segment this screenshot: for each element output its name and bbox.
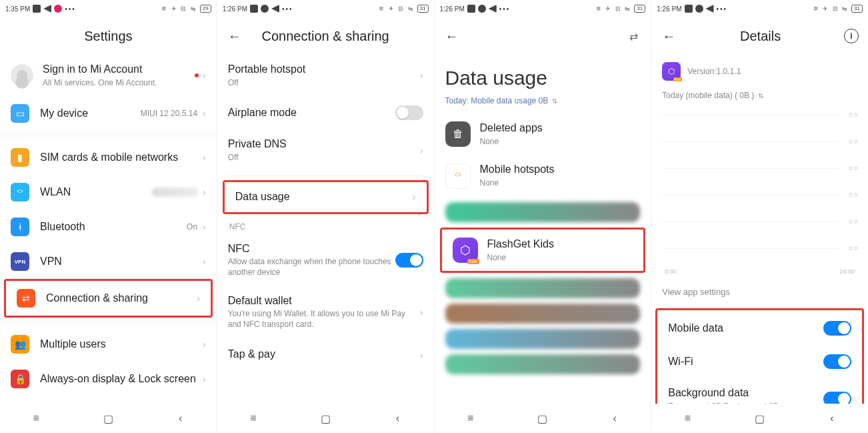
ytick: 0.0 bbox=[849, 138, 857, 145]
wifi-title: Wi-Fi bbox=[668, 355, 823, 369]
mobile-data-row[interactable]: Mobile data bbox=[657, 312, 862, 345]
status-right-icons: ✲ ✈ ⊟ ⇋ bbox=[596, 5, 632, 12]
nav-back-icon[interactable]: ‹ bbox=[175, 412, 187, 424]
connection-sharing-row[interactable]: ⇄ Connection & sharing › bbox=[4, 279, 213, 318]
back-button[interactable]: ← bbox=[227, 28, 243, 44]
nav-menu-icon[interactable]: ≡ bbox=[247, 412, 259, 424]
data-usage-row[interactable]: Data usage › bbox=[223, 180, 429, 214]
battery-icon: 29 bbox=[200, 5, 211, 13]
nav-home-icon[interactable]: ▢ bbox=[537, 412, 549, 424]
ytick: 0.0 bbox=[849, 191, 857, 198]
ytick: 0.0 bbox=[849, 111, 857, 118]
hotspot-sub: Off bbox=[228, 78, 420, 89]
blurred-app-row bbox=[445, 329, 641, 349]
status-time: 1:26 PM bbox=[657, 5, 681, 13]
usage-chart: 0.0 0.0 0.0 0.0 0.0 0.0 0:00 24:00 bbox=[662, 108, 857, 275]
pdns-sub: Off bbox=[228, 153, 420, 163]
blurred-app-row bbox=[445, 304, 641, 324]
nav-menu-icon[interactable]: ≡ bbox=[681, 412, 693, 424]
airplane-toggle[interactable] bbox=[395, 105, 423, 120]
header: ← Details i bbox=[651, 17, 868, 55]
chevron-right-icon: › bbox=[420, 350, 423, 360]
mobile-data-toggle[interactable] bbox=[823, 321, 851, 336]
back-button[interactable]: ← bbox=[444, 28, 460, 44]
status-send-icon bbox=[43, 5, 51, 13]
status-send-icon bbox=[489, 5, 497, 13]
version-label: Version:1.0.1.1 bbox=[687, 67, 741, 77]
info-icon[interactable]: i bbox=[844, 29, 859, 43]
chevron-right-icon: › bbox=[420, 70, 423, 81]
status-app-icon bbox=[33, 5, 41, 13]
default-wallet-row[interactable]: Default wallet You're using Mi Wallet. I… bbox=[217, 286, 434, 338]
panel-connection-sharing: 1:26 PM ••• ✲ ✈ ⊟ ⇋ 31 ← Connection & sh… bbox=[217, 0, 435, 433]
nav-home-icon[interactable]: ▢ bbox=[102, 412, 114, 424]
viewapp-label: View app settings bbox=[662, 287, 730, 298]
deleted-apps-row[interactable]: 🗑 Deleted apps None bbox=[435, 113, 651, 155]
status-right-icons: ✲ ✈ ⊟ ⇋ bbox=[379, 5, 415, 12]
flashget-kids-row[interactable]: ⬡ Kids FlashGet Kids None bbox=[440, 228, 646, 273]
battery-icon: 31 bbox=[634, 5, 645, 13]
vpn-row[interactable]: VPN VPN › bbox=[0, 244, 217, 279]
swap-icon[interactable]: ⇄ bbox=[625, 28, 641, 44]
chevron-right-icon: › bbox=[420, 307, 423, 318]
wifi-toggle[interactable] bbox=[823, 354, 851, 369]
chevron-right-icon: › bbox=[203, 187, 206, 197]
nav-back-icon[interactable]: ‹ bbox=[391, 412, 403, 424]
nav-back-icon[interactable]: ‹ bbox=[609, 412, 621, 424]
sim-row[interactable]: ▮ SIM cards & mobile networks › bbox=[0, 140, 217, 175]
nav-bar: ≡ ▢ ‹ bbox=[651, 404, 868, 433]
multi-title: Multiple users bbox=[40, 338, 203, 352]
filter-dropdown[interactable]: Today: Mobile data usage 0B ⇅ bbox=[435, 93, 569, 113]
vpn-icon: VPN bbox=[11, 252, 29, 271]
flashget-icon: ⬡ bbox=[662, 62, 681, 81]
nav-home-icon[interactable]: ▢ bbox=[319, 412, 331, 424]
share-icon: ⇄ bbox=[17, 289, 35, 308]
bt-value: On bbox=[187, 222, 197, 232]
tap-title: Tap & pay bbox=[228, 348, 420, 362]
nfc-toggle[interactable] bbox=[395, 253, 423, 268]
panel-details: 1:26 PM ••• ✲ ✈ ⊟ ⇋ 31 ← Details i ⬡ Ver… bbox=[651, 0, 868, 433]
wifi-row[interactable]: Wi-Fi bbox=[657, 345, 862, 378]
nav-menu-icon[interactable]: ≡ bbox=[465, 412, 477, 424]
my-device-row[interactable]: ▭ My device MIUI 12 20.5.14 › bbox=[0, 96, 217, 131]
view-app-settings-row[interactable]: View app settings bbox=[651, 275, 868, 308]
wifi-icon: ⌔ bbox=[11, 183, 29, 201]
page-title: Data usage bbox=[443, 55, 651, 93]
private-dns-row[interactable]: Private DNS Off › bbox=[217, 129, 434, 171]
bluetooth-row[interactable]: ᚼ Bluetooth On › bbox=[0, 209, 217, 244]
status-more-icon: ••• bbox=[499, 5, 511, 13]
alert-dot-icon bbox=[195, 73, 199, 77]
chart-filter-dropdown[interactable]: Today (mobile data) ( 0B ) ⇅ bbox=[651, 88, 774, 108]
portable-hotspot-row[interactable]: Portable hotspot Off › bbox=[217, 55, 434, 96]
chart-filter-label: Today (mobile data) ( 0B ) bbox=[662, 91, 754, 100]
tap-pay-row[interactable]: Tap & pay › bbox=[217, 338, 434, 372]
signin-row[interactable]: Sign in to Mi Account All Mi services. O… bbox=[0, 55, 217, 96]
header: Settings bbox=[0, 17, 217, 55]
nfc-section-label: NFC bbox=[217, 215, 434, 234]
nfc-row[interactable]: NFC Allow data exchange when the phone t… bbox=[217, 234, 434, 286]
aod-row[interactable]: 🔒 Always-on display & Lock screen › bbox=[0, 362, 217, 396]
nav-back-icon[interactable]: ‹ bbox=[826, 412, 838, 424]
chevron-right-icon: › bbox=[203, 152, 206, 163]
sort-icon: ⇅ bbox=[552, 97, 557, 105]
blurred-app-row bbox=[445, 202, 641, 222]
lock-icon: 🔒 bbox=[11, 370, 29, 388]
wlan-row[interactable]: ⌔ WLAN › bbox=[0, 175, 217, 209]
bt-title: Bluetooth bbox=[40, 220, 187, 234]
mydevice-title: My device bbox=[40, 107, 141, 121]
back-button[interactable]: ← bbox=[661, 28, 677, 44]
status-more-icon: ••• bbox=[282, 5, 293, 13]
sim-icon: ▮ bbox=[11, 148, 29, 167]
nav-home-icon[interactable]: ▢ bbox=[754, 412, 766, 424]
status-bar: 1:26 PM ••• ✲ ✈ ⊟ ⇋ 31 bbox=[217, 0, 434, 17]
flashget-icon: ⬡ Kids bbox=[453, 238, 478, 263]
airplane-mode-row[interactable]: Airplane mode bbox=[217, 96, 434, 129]
nav-menu-icon[interactable]: ≡ bbox=[30, 412, 42, 424]
status-telegram-icon bbox=[478, 5, 486, 13]
chevron-right-icon: › bbox=[197, 293, 200, 304]
connshare-title: Connection & sharing bbox=[46, 292, 197, 306]
mobile-hotspots-row[interactable]: ⌔ Mobile hotspots None bbox=[435, 155, 651, 196]
multiple-users-row[interactable]: 👥 Multiple users › bbox=[0, 327, 217, 362]
datausage-title: Data usage bbox=[235, 190, 413, 204]
hotspot-title: Portable hotspot bbox=[228, 63, 420, 77]
